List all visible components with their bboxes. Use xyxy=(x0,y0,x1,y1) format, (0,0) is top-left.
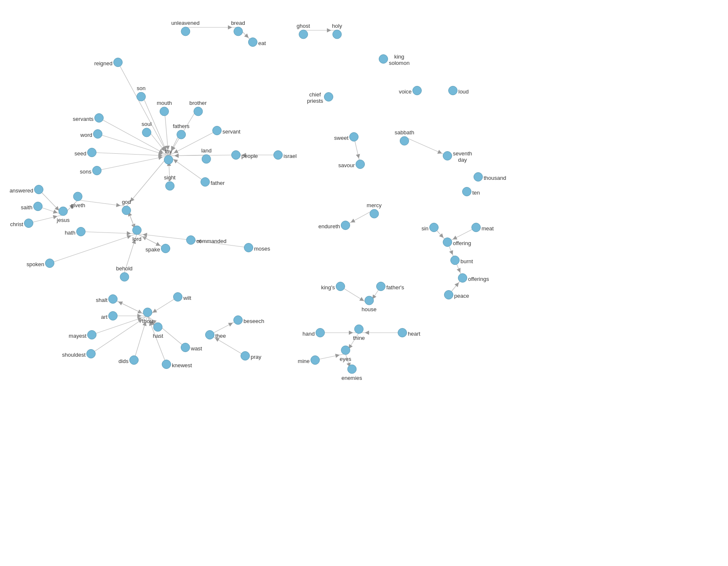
node-circle-shouldest xyxy=(86,349,96,358)
node-circle-wast xyxy=(181,343,190,352)
node-circle-fathers2 xyxy=(376,282,385,291)
node-circle-loud xyxy=(448,86,458,95)
node-kings: king's xyxy=(336,282,345,291)
node-giveth: giveth xyxy=(71,192,86,208)
node-seventh_day: seventh day xyxy=(443,151,452,160)
node-circle-knewest xyxy=(162,360,171,369)
node-spake: spake xyxy=(161,244,170,253)
node-circle-bread xyxy=(233,27,243,36)
node-label-hath: hath xyxy=(65,230,75,236)
node-dids: dids xyxy=(129,355,139,365)
node-label-dids: dids xyxy=(118,358,128,364)
node-label-spake: spake xyxy=(145,246,160,253)
node-label-christ: christ xyxy=(10,221,23,227)
node-circle-sin xyxy=(429,223,439,232)
node-circle-eyes xyxy=(341,346,350,355)
node-circle-burnt xyxy=(450,256,460,265)
node-thousand: thousand xyxy=(474,172,483,182)
node-circle-christ xyxy=(24,219,33,228)
node-savour: savour xyxy=(356,160,365,169)
node-circle-sabbath xyxy=(400,136,409,146)
node-circle-saith xyxy=(33,202,43,211)
node-circle-servants xyxy=(94,113,104,123)
node-fathers2: father's xyxy=(376,282,385,291)
node-circle-moses xyxy=(244,243,253,252)
node-hand: hand xyxy=(316,328,325,337)
node-circle-shalt xyxy=(108,294,118,304)
node-loud: loud xyxy=(448,86,458,95)
node-label-mine: mine xyxy=(298,358,310,364)
node-label-offering: offering xyxy=(453,240,471,246)
node-circle-meat xyxy=(471,223,481,232)
node-label-seventh_day: seventh day xyxy=(453,150,472,163)
node-peace: peace xyxy=(444,290,453,299)
node-behold: behold xyxy=(116,264,132,282)
node-circle-thee xyxy=(205,330,214,339)
node-reigned: reigned xyxy=(113,58,123,67)
node-people: people xyxy=(231,150,241,160)
node-hast: hast xyxy=(153,323,163,339)
node-circle-chief_priests xyxy=(324,92,333,101)
node-circle-giveth xyxy=(73,192,83,201)
node-burnt: burnt xyxy=(450,256,460,265)
node-spoken: spoken xyxy=(45,259,54,268)
node-lord: lord xyxy=(132,226,142,242)
node-label-seed: seed xyxy=(75,150,86,157)
node-label-thee: thee xyxy=(215,333,226,339)
node-label-mouth: mouth xyxy=(157,100,172,106)
node-circle-art xyxy=(108,311,118,320)
node-label-saith: saith xyxy=(21,204,32,211)
node-servants: servants xyxy=(94,113,104,123)
node-circle-hath xyxy=(76,227,86,236)
node-label-loud: loud xyxy=(458,88,469,95)
node-label-son: son xyxy=(137,85,146,91)
node-label-shalt: shalt xyxy=(96,297,107,303)
node-label-house: house xyxy=(361,306,376,312)
node-answered: answered xyxy=(34,185,43,194)
node-hath: hath xyxy=(76,227,86,236)
node-label-fathers2: father's xyxy=(386,284,404,291)
node-soul: soul xyxy=(142,120,152,137)
node-son: son xyxy=(136,84,146,101)
node-ghost: ghost xyxy=(297,22,310,39)
node-circle-ghost xyxy=(299,30,308,39)
node-label-endureth: endureth xyxy=(318,223,340,230)
node-label-wast: wast xyxy=(191,345,202,352)
node-heart: heart xyxy=(398,328,407,337)
node-label-sweet: sweet xyxy=(334,135,348,141)
node-label-thou: thou xyxy=(142,318,153,324)
node-beseech: beseech xyxy=(233,315,243,325)
node-label-commanded: commanded xyxy=(196,238,227,244)
node-circle-offering xyxy=(443,238,452,247)
node-label-israel: israel xyxy=(284,153,297,159)
node-circle-reigned xyxy=(113,58,123,67)
node-word: word xyxy=(93,129,102,139)
node-offering: offering xyxy=(443,238,452,247)
node-enemies: enemies xyxy=(341,365,362,381)
node-label-thy: thy xyxy=(165,148,172,155)
node-house: house xyxy=(361,296,376,312)
node-unleavened: unleavened xyxy=(171,19,199,36)
node-label-sons: sons xyxy=(80,168,91,175)
node-eat: eat xyxy=(248,37,257,47)
node-servant: servant xyxy=(212,126,222,135)
node-thee: thee xyxy=(205,330,214,339)
node-fathers: fathers xyxy=(173,122,190,139)
node-endureth: endureth xyxy=(341,221,350,230)
node-eyes: eyes xyxy=(340,346,351,362)
node-label-word: word xyxy=(80,132,92,138)
node-label-wilt: wilt xyxy=(183,295,191,301)
node-label-behold: behold xyxy=(116,265,132,272)
node-sight: sight xyxy=(164,174,175,191)
node-circle-hast xyxy=(153,323,163,332)
node-jesus: jesus xyxy=(57,207,70,223)
node-circle-thousand xyxy=(474,172,483,182)
node-circle-people xyxy=(231,150,241,160)
node-circle-word xyxy=(93,129,102,139)
node-circle-hand xyxy=(316,328,325,337)
node-sin: sin xyxy=(429,223,439,232)
node-circle-kings xyxy=(336,282,345,291)
node-circle-god xyxy=(122,206,131,215)
node-circle-sons xyxy=(92,166,102,175)
node-mercy: mercy xyxy=(367,201,381,219)
